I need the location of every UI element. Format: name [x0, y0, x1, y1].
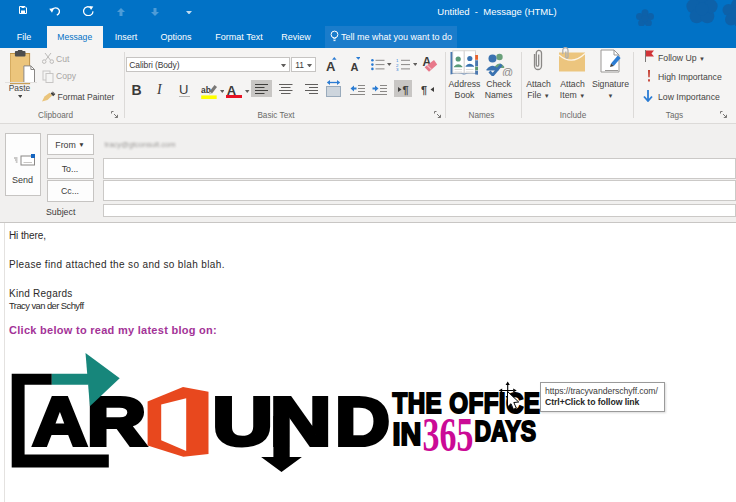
svg-text:U: U — [213, 383, 273, 459]
svg-text:A: A — [33, 383, 88, 459]
svg-text:¶: ¶ — [421, 84, 427, 96]
svg-text:IN: IN — [393, 417, 422, 451]
svg-text:¶: ¶ — [402, 84, 408, 96]
svg-text:D: D — [335, 383, 390, 459]
svg-text:@: @ — [502, 66, 513, 76]
svg-text:3: 3 — [396, 67, 399, 71]
svg-text:DAYS: DAYS — [475, 414, 537, 447]
svg-text:365: 365 — [423, 408, 474, 461]
